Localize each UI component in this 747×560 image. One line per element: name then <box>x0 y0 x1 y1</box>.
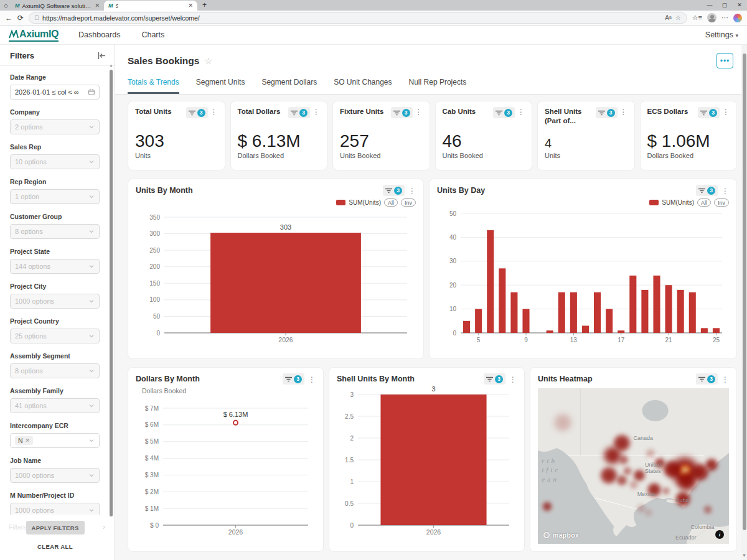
tab-close-icon[interactable]: ✕ <box>188 2 193 9</box>
bar-day-15[interactable] <box>594 292 601 333</box>
chart-menu-icon[interactable]: ⋮ <box>620 107 627 116</box>
nav-charts[interactable]: Charts <box>141 30 164 39</box>
bar-day-5[interactable] <box>475 309 482 333</box>
units-heatmap-map[interactable]: CanadaUnitedStatesMexicoCubaColombiaEcua… <box>538 388 729 544</box>
remove-tag-icon[interactable]: ✕ <box>26 437 31 444</box>
dashboard-tab-segment-dollars[interactable]: Segment Dollars <box>261 72 317 94</box>
units-by-day-chart[interactable]: 010203040505913172125 <box>437 207 729 352</box>
main-scrollbar[interactable]: ▼ <box>741 45 747 560</box>
dashboard-tab-totals-trends[interactable]: Totals & Trends <box>128 72 179 94</box>
read-aloud-icon[interactable]: Aᵃ <box>665 14 671 21</box>
mapbox-attribution[interactable]: ◍ mapbox <box>543 531 579 539</box>
chart-menu-icon[interactable]: ⋮ <box>210 107 218 116</box>
favorite-star-icon[interactable]: ☆ <box>675 14 681 21</box>
bar-day-8[interactable] <box>510 292 517 333</box>
filter-select[interactable]: 8 options <box>10 224 100 239</box>
bar-day-11[interactable] <box>547 330 553 333</box>
copilot-icon[interactable] <box>733 14 742 22</box>
filter-select[interactable]: 1 option <box>10 189 100 204</box>
applied-filters-chip[interactable]: 3 <box>696 373 718 385</box>
applied-filters-chip[interactable]: 3 <box>288 107 310 118</box>
applied-filters-chip[interactable]: 3 <box>383 185 405 196</box>
dashboard-tab-segment-units[interactable]: Segment Units <box>196 72 245 94</box>
data-point[interactable] <box>233 421 238 425</box>
bar-day-14[interactable] <box>582 325 589 333</box>
address-bar[interactable]: ⎕ https://madreport.madelevator.com/supe… <box>29 12 687 24</box>
applied-filters-chip[interactable]: 3 <box>484 373 505 385</box>
applied-filters-chip[interactable]: 3 <box>186 107 208 118</box>
units-by-month-chart[interactable]: 0501001502002503003503032026 <box>136 207 416 352</box>
shell-units-by-month-chart[interactable]: 00.511.522.5332026 <box>337 385 517 543</box>
bar-day-25[interactable] <box>713 328 720 333</box>
legend-pill-all[interactable]: All <box>697 198 711 207</box>
applied-filters-chip[interactable]: 3 <box>283 373 304 385</box>
legend-label[interactable]: SUM(Units) <box>662 199 694 206</box>
dollars-by-month-chart[interactable]: $ 0$ 1M$ 2M$ 3M$ 4M$ 5M$ 6M$ 7M$ 6.13M20… <box>136 394 316 543</box>
clear-all-button[interactable]: CLEAR ALL <box>0 543 110 550</box>
chart-menu-icon[interactable]: ⋮ <box>415 107 423 116</box>
chevron-right-icon[interactable]: › <box>103 523 105 531</box>
new-tab-button[interactable]: + <box>202 1 207 9</box>
bar-day-23[interactable] <box>689 292 696 333</box>
bar-day-20[interactable] <box>653 276 660 333</box>
url-text[interactable]: https://madreport.madelevator.com/supers… <box>42 14 661 22</box>
chart-menu-icon[interactable]: ⋮ <box>312 107 320 116</box>
bar-day-13[interactable] <box>570 292 577 333</box>
filter-select[interactable]: 10 options <box>10 154 100 169</box>
favorite-star-icon[interactable]: ☆ <box>204 56 212 66</box>
apply-filters-button[interactable]: APPLY FILTERS <box>26 521 85 534</box>
collections-icon[interactable]: ☆≡ <box>692 14 702 22</box>
dashboard-tab-so-unit-changes[interactable]: SO Unit Changes <box>334 72 392 94</box>
refresh-button[interactable]: ⟳ <box>17 14 24 22</box>
bar-day-21[interactable] <box>665 285 672 333</box>
date-range-input[interactable]: 2026-01-01 ≤ col < ∞ <box>10 85 100 100</box>
applied-filters-chip[interactable]: 3 <box>493 107 515 118</box>
nav-dashboards[interactable]: Dashboards <box>78 30 120 39</box>
filter-select[interactable]: 144 options <box>10 259 100 274</box>
bar-day-7[interactable] <box>499 268 505 333</box>
bar-day-4[interactable] <box>463 321 470 333</box>
tab-close-icon[interactable]: ✕ <box>95 2 100 9</box>
chart-menu-icon[interactable]: ⋮ <box>722 107 730 116</box>
collapse-sidebar-icon[interactable] <box>98 52 106 59</box>
bar-day-24[interactable] <box>701 328 708 333</box>
legend-label[interactable]: SUM(Units) <box>349 199 381 206</box>
chart-menu-icon[interactable]: ⋮ <box>509 375 517 383</box>
dashboard-tab-null-rep-projects[interactable]: Null Rep Projects <box>409 72 467 94</box>
bar-day-19[interactable] <box>641 290 648 333</box>
bar-day-12[interactable] <box>558 292 565 333</box>
chart-menu-icon[interactable]: ⋮ <box>308 375 316 383</box>
bar-day-16[interactable] <box>606 309 613 333</box>
map-info-icon[interactable]: i <box>715 530 724 539</box>
selected-value-tag[interactable]: N✕ <box>15 436 33 445</box>
legend-pill-inv[interactable]: Inv <box>401 198 416 207</box>
window-minimize-button[interactable]: — <box>702 0 717 11</box>
tab-search-icon[interactable]: ◇ <box>4 2 8 9</box>
chart-menu-icon[interactable]: ⋮ <box>721 375 729 383</box>
applied-filters-chip[interactable]: 3 <box>696 185 718 196</box>
window-close-button[interactable]: ✕ <box>732 0 747 11</box>
dashboard-more-button[interactable]: ••• <box>716 53 733 68</box>
profile-avatar[interactable] <box>707 13 716 22</box>
settings-menu[interactable]: Settings ▾ <box>705 30 738 39</box>
window-maximize-button[interactable]: ▢ <box>717 0 732 11</box>
legend-pill-inv[interactable]: Inv <box>714 198 729 207</box>
legend-pill-all[interactable]: All <box>384 198 398 207</box>
legend-swatch[interactable] <box>649 200 659 205</box>
filter-select[interactable]: 8 options <box>10 363 100 378</box>
site-permissions-icon[interactable]: ⎕ <box>35 14 39 22</box>
axiumiq-logo[interactable]: AxiumIQ <box>9 29 59 42</box>
bar-day-17[interactable] <box>618 330 624 333</box>
chart-menu-icon[interactable]: ⋮ <box>408 186 416 195</box>
bar-day-6[interactable] <box>487 230 494 333</box>
browser-tab-inactive[interactable]: M AxiumIQ Software solutions that ✕ <box>11 1 104 11</box>
back-button[interactable]: ← <box>5 14 12 22</box>
filter-select[interactable]: 25 options <box>10 329 100 343</box>
filter-select[interactable]: 1000 options <box>10 468 100 483</box>
bar[interactable] <box>210 233 361 333</box>
filter-select[interactable]: 1000 options <box>10 294 100 309</box>
applied-filters-chip[interactable]: 3 <box>698 107 720 118</box>
chart-menu-icon[interactable]: ⋮ <box>721 186 729 195</box>
bar-day-22[interactable] <box>677 290 684 333</box>
filter-select[interactable]: N✕ <box>10 433 100 448</box>
